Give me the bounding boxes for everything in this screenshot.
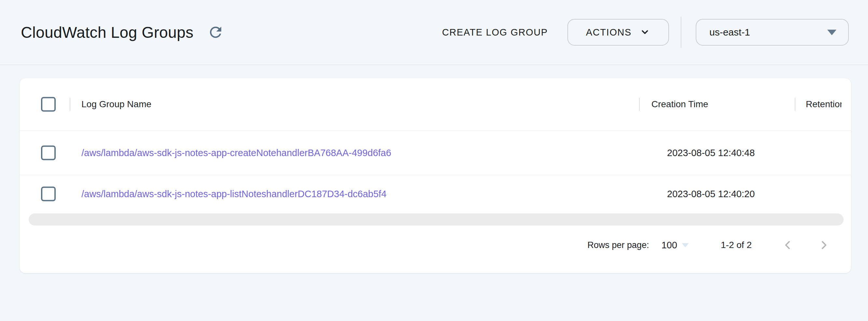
rows-per-page-arrow-icon[interactable]	[682, 243, 689, 247]
column-header-creation-time: Creation Time	[651, 99, 708, 110]
select-all-checkbox[interactable]	[41, 97, 56, 112]
column-header-retention: Retention	[806, 99, 842, 110]
log-group-link[interactable]: /aws/lambda/aws-sdk-js-notes-app-listNot…	[82, 189, 386, 199]
refresh-icon	[207, 24, 224, 41]
previous-page-button[interactable]	[782, 239, 794, 251]
table-row: /aws/lambda/aws-sdk-js-notes-app-listNot…	[20, 175, 851, 212]
column-divider	[639, 98, 640, 111]
row-checkbox[interactable]	[41, 187, 56, 201]
log-group-link[interactable]: /aws/lambda/aws-sdk-js-notes-app-createN…	[82, 148, 391, 158]
chevron-right-icon	[817, 239, 830, 251]
actions-button[interactable]: ACTIONS	[567, 19, 669, 46]
next-page-button[interactable]	[817, 239, 830, 251]
rows-per-page-label: Rows per page:	[588, 240, 649, 250]
actions-button-label: ACTIONS	[586, 27, 631, 38]
creation-time-cell: 2023-08-05 12:40:48	[667, 148, 755, 158]
creation-time-cell: 2023-08-05 12:40:20	[667, 189, 755, 199]
row-checkbox[interactable]	[41, 146, 56, 160]
rows-per-page-select[interactable]: 100	[661, 240, 677, 251]
title-group: CloudWatch Log Groups	[21, 24, 224, 41]
chevron-down-icon	[639, 27, 650, 38]
chevron-left-icon	[782, 239, 794, 251]
region-selector[interactable]: us-east-1	[696, 19, 849, 46]
page-title: CloudWatch Log Groups	[21, 24, 193, 41]
pagination-range-label: 1-2 of 2	[721, 240, 752, 250]
app-header: CloudWatch Log Groups CREATE LOG GROUP A…	[0, 0, 868, 65]
pagination-bar: Rows per page: 100 1-2 of 2	[588, 234, 830, 257]
log-groups-card: Log Group Name Creation Time Retention /…	[20, 78, 851, 273]
header-divider	[681, 17, 681, 48]
dropdown-triangle-icon	[827, 30, 836, 35]
table-header-row: Log Group Name Creation Time Retention	[20, 78, 851, 131]
header-actions: CREATE LOG GROUP ACTIONS us-east-1	[442, 17, 849, 48]
horizontal-scrollbar-track	[20, 213, 851, 226]
refresh-button[interactable]	[207, 24, 224, 41]
create-log-group-button[interactable]: CREATE LOG GROUP	[442, 27, 548, 38]
horizontal-scrollbar-thumb[interactable]	[29, 213, 844, 226]
column-divider	[70, 98, 70, 111]
table-row: /aws/lambda/aws-sdk-js-notes-app-createN…	[20, 131, 851, 175]
column-divider	[795, 98, 795, 111]
region-selector-value: us-east-1	[709, 27, 827, 38]
column-header-log-group-name: Log Group Name	[82, 99, 151, 110]
